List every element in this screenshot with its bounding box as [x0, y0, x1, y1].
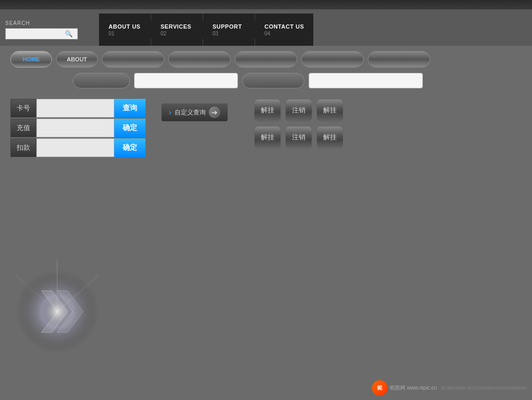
search-button[interactable]: 🔍	[65, 30, 73, 37]
nav-empty3-button[interactable]	[235, 51, 297, 68]
action-btn-jie2[interactable]: 解挂	[316, 99, 343, 122]
btn-confirm2[interactable]: 确定	[114, 138, 145, 157]
form-left: 卡号 查询 充值 确定 扣款 确定	[10, 99, 145, 158]
input-deduct[interactable]	[36, 138, 114, 157]
nav-item-about-sub: 01	[109, 31, 114, 36]
nav-item-contact-title: CONTACT US	[264, 23, 304, 30]
watermark-logo: 昵 昵图网 www.nipic.cn	[372, 380, 437, 396]
action-buttons: 解挂 注销 解挂 解挂 注销 解挂	[254, 99, 343, 149]
action-btn-zhu2[interactable]: 注销	[285, 126, 312, 149]
input-large-center[interactable]	[134, 73, 238, 88]
nav-item-services-title: SERVICES	[161, 23, 191, 30]
form-row-deduct: 扣款 确定	[10, 138, 145, 157]
nav-item-contact[interactable]: CONTACT US 04	[255, 14, 313, 46]
watermark: 昵 昵图网 www.nipic.cn ID:8463068 NO:2015050…	[372, 380, 527, 396]
input-sm-left	[73, 73, 130, 88]
form-section: 卡号 查询 充值 确定 扣款 确定 › 自定义查询 ➔	[10, 99, 522, 158]
header: SEARCH 🔍 ABOUT US 01 SERVICES 02 SUPPORT…	[0, 9, 532, 46]
input-recharge[interactable]	[36, 119, 114, 137]
custom-query-button[interactable]: › 自定义查询 ➔	[161, 103, 228, 122]
search-box: SEARCH 🔍	[0, 14, 99, 46]
nav-home-button[interactable]: HOME	[10, 51, 52, 68]
circle-arrow-icon: ➔	[209, 107, 220, 118]
secondary-nav: HOME ABOUT	[10, 51, 522, 68]
nav-about-button[interactable]: ABOUT	[56, 51, 98, 68]
btn-query[interactable]: 查询	[114, 99, 145, 118]
btn-confirm1[interactable]: 确定	[114, 119, 145, 137]
input-xl-right[interactable]	[309, 73, 423, 88]
nav-item-contact-sub: 04	[264, 31, 270, 36]
watermark-logo-icon: 昵	[372, 380, 388, 396]
nav-item-support-sub: 03	[212, 31, 218, 36]
input-card[interactable]	[36, 99, 114, 118]
custom-query-label: 自定义查询	[175, 108, 206, 117]
nav-item-services[interactable]: SERVICES 02	[151, 14, 203, 46]
watermark-site: 昵图网 www.nipic.cn	[390, 384, 437, 392]
input-md-right	[242, 73, 304, 88]
nav-item-about-title: ABOUT US	[109, 23, 140, 30]
nav-items: ABOUT US 01 SERVICES 02 SUPPORT 03 CONTA…	[99, 14, 313, 46]
search-input[interactable]	[8, 29, 65, 39]
nav-empty5-button[interactable]	[368, 51, 430, 68]
arrow-right-icon: ›	[169, 108, 171, 117]
nav-empty1-button[interactable]	[102, 51, 164, 68]
nav-item-about[interactable]: ABOUT US 01	[99, 14, 151, 46]
label-card: 卡号	[10, 99, 36, 118]
watermark-id: ID:8463068 NO:20150504150343920000	[441, 385, 527, 391]
action-btn-jie3[interactable]: 解挂	[254, 126, 281, 149]
action-btn-jie4[interactable]: 解挂	[316, 126, 343, 149]
form-row-card: 卡号 查询	[10, 99, 145, 118]
nav-empty2-button[interactable]	[168, 51, 231, 68]
glow-effect	[10, 244, 125, 358]
top-bar	[0, 0, 532, 9]
action-btn-zhu1[interactable]: 注销	[285, 99, 312, 122]
input-row	[73, 73, 522, 88]
form-row-recharge: 充值 确定	[10, 119, 145, 137]
search-input-wrapper: 🔍	[5, 28, 78, 40]
label-recharge: 充值	[10, 119, 36, 137]
nav-item-services-sub: 02	[161, 31, 166, 36]
nav-item-support-title: SUPPORT	[212, 23, 242, 30]
label-deduct: 扣款	[10, 138, 36, 157]
action-row-1: 解挂 注销 解挂	[254, 99, 343, 122]
nav-item-support[interactable]: SUPPORT 03	[203, 14, 255, 46]
search-label: SEARCH	[5, 20, 94, 26]
action-row-2: 解挂 注销 解挂	[254, 126, 343, 149]
action-btn-jie1[interactable]: 解挂	[254, 99, 281, 122]
nav-empty4-button[interactable]	[301, 51, 364, 68]
main-content: HOME ABOUT 卡号 查询 充值 确定 扣款	[0, 46, 532, 400]
